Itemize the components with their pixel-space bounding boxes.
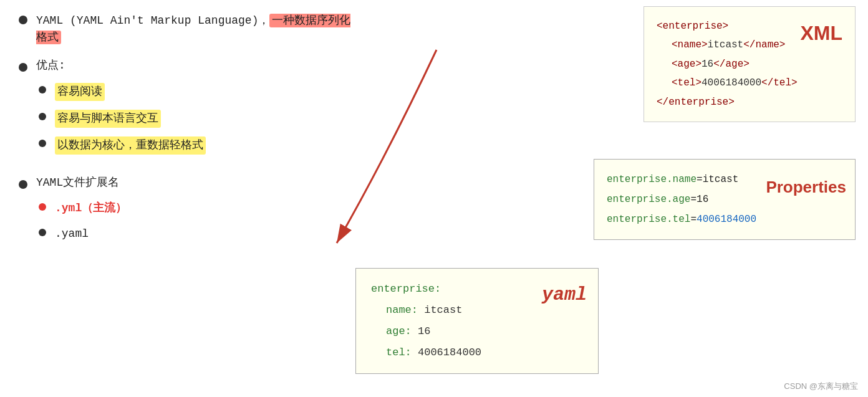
main-content: YAML (YAML Ain't Markup Language)，一种数据序列… <box>19 12 362 262</box>
xml-box: XML <enterprise> <name>itcast</name> <ag… <box>644 6 856 122</box>
yaml-label: yaml <box>542 276 587 313</box>
props-line-3: enterprise.tel=4006184000 <box>607 209 842 229</box>
xml-label: XML <box>800 14 842 52</box>
bullet-extensions: YAML文件扩展名 .yml（主流） .yaml <box>19 175 362 251</box>
bullet-text-1: YAML (YAML Ain't Markup Language)，一种数据序列… <box>36 12 362 46</box>
xml-line-4: <tel>4006184000</tel> <box>672 74 842 92</box>
bullet-yaml-description: YAML (YAML Ain't Markup Language)，一种数据序列… <box>19 12 362 46</box>
yaml-box: yaml enterprise: name: itcast age: 16 te… <box>355 268 599 374</box>
advantages-label: 优点: <box>36 57 65 74</box>
yaml-line-3: age: 16 <box>386 321 583 342</box>
extensions-label: YAML文件扩展名 <box>36 175 119 191</box>
advantages-list: 容易阅读 容易与脚本语言交互 以数据为核心，重数据轻格式 <box>39 83 206 163</box>
sub-dot-2 <box>39 113 46 120</box>
advantage-text-3: 以数据为核心，重数据轻格式 <box>55 136 206 155</box>
ext-yml: .yml（主流） <box>39 200 127 217</box>
sub-dot-1 <box>39 86 46 93</box>
bullet-dot-2 <box>19 63 27 72</box>
yaml-line-4: tel: 4006184000 <box>386 342 583 363</box>
bullet-dot-3 <box>19 180 27 189</box>
bullet-dot-1 <box>19 16 27 24</box>
footer: CSDN @东离与糖宝 <box>784 381 858 392</box>
sub-dot-yaml <box>39 229 46 236</box>
advantage-1: 容易阅读 <box>39 83 206 101</box>
advantage-3: 以数据为核心，重数据轻格式 <box>39 136 206 155</box>
advantage-2: 容易与脚本语言交互 <box>39 110 206 128</box>
ext-yml-text: .yml（主流） <box>55 200 127 217</box>
sub-dot-3 <box>39 140 46 147</box>
sub-dot-yml <box>39 203 46 211</box>
advantage-text-1: 容易阅读 <box>55 83 105 101</box>
yaml-intro-prefix: YAML (YAML Ain't Markup Language)， <box>36 14 269 27</box>
advantage-text-2: 容易与脚本语言交互 <box>55 110 161 128</box>
extensions-list: .yml（主流） .yaml <box>39 200 127 251</box>
ext-yaml: .yaml <box>39 226 127 242</box>
properties-box: Properties enterprise.name=itcast enterp… <box>594 159 856 240</box>
props-label: Properties <box>766 171 846 203</box>
xml-line-3: <age>16</age> <box>672 55 842 74</box>
ext-yaml-text: .yaml <box>55 226 89 242</box>
bullet-advantages: 优点: 容易阅读 容易与脚本语言交互 以数据为核心，重数据轻格式 <box>19 57 362 163</box>
xml-line-5: </enterprise> <box>657 93 842 112</box>
